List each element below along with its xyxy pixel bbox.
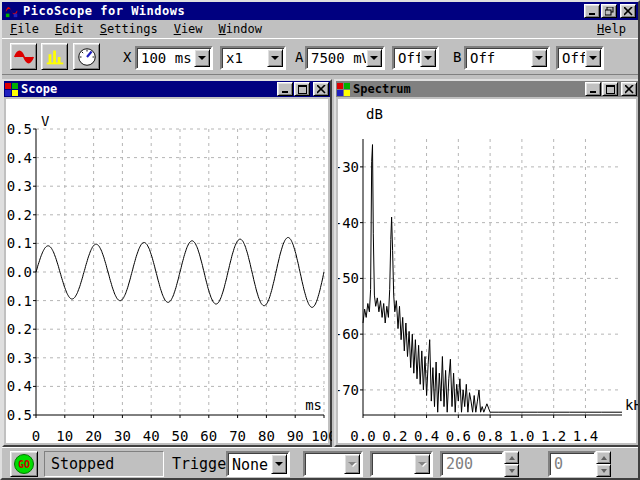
multiplier-value: x1 — [226, 50, 243, 66]
channel-a-coupling-select[interactable]: Off — [392, 46, 439, 70]
svg-text:30: 30 — [114, 428, 131, 444]
channel-b-coupling-value: Off — [562, 50, 587, 66]
svg-text:dB: dB — [366, 106, 383, 122]
trigger-delay-field: 0 — [548, 451, 596, 477]
chevron-down-icon[interactable] — [585, 49, 601, 67]
sine-wave-icon — [13, 46, 35, 68]
svg-text:100: 100 — [311, 428, 332, 444]
menu-view[interactable]: View — [166, 21, 211, 37]
scope-plot-area: 01020304050607080901000.50.40.30.20.10.0… — [6, 99, 328, 443]
scope-title: Scope — [21, 82, 57, 96]
channel-b-label: B — [453, 49, 461, 65]
svg-text:-70: -70 — [338, 382, 359, 398]
chevron-down-icon — [344, 454, 360, 474]
svg-text:1.0: 1.0 — [509, 428, 534, 444]
close-icon — [625, 85, 634, 94]
trigger-mode-select[interactable]: None — [226, 451, 290, 477]
minimize-icon — [588, 7, 597, 16]
channel-a-range-value: 7500 mV — [311, 50, 370, 66]
svg-text:0.2: 0.2 — [7, 207, 32, 223]
svg-text:-40: -40 — [338, 215, 359, 231]
svg-text:ms: ms — [305, 397, 322, 413]
spectrum-maximize-button[interactable] — [602, 82, 618, 96]
spectrum-window-icon — [337, 83, 351, 96]
svg-text:-0.1: -0.1 — [6, 293, 32, 309]
scope-minimize-button[interactable] — [277, 82, 293, 96]
svg-text:90: 90 — [287, 428, 304, 444]
chevron-down-icon[interactable] — [366, 49, 382, 67]
status-field: Stopped — [44, 451, 164, 477]
spectrum-close-button[interactable] — [621, 82, 637, 96]
svg-text:0.3: 0.3 — [7, 178, 32, 194]
svg-text:1.4: 1.4 — [573, 428, 598, 444]
svg-text:70: 70 — [229, 428, 246, 444]
scope-view-button[interactable] — [10, 43, 37, 70]
channel-a-range-select[interactable]: 7500 mV — [305, 46, 385, 70]
scope-window-icon — [5, 83, 19, 96]
chevron-down-icon[interactable] — [194, 49, 210, 67]
chevron-down-icon[interactable] — [267, 49, 283, 67]
go-indicator: GO — [14, 454, 34, 474]
scope-maximize-button[interactable] — [294, 82, 310, 96]
spin-down-button[interactable] — [596, 464, 611, 477]
close-icon — [317, 85, 326, 94]
svg-text:0.5: 0.5 — [7, 121, 32, 137]
spin-up-button[interactable] — [504, 451, 519, 464]
svg-text:60: 60 — [200, 428, 217, 444]
svg-text:0.0: 0.0 — [350, 428, 375, 444]
svg-text:0.4: 0.4 — [414, 428, 439, 444]
spectrum-plot: 0.00.20.40.60.81.01.21.4-30-40-50-60-70d… — [338, 99, 640, 447]
close-button[interactable] — [620, 4, 636, 18]
minimize-icon — [589, 85, 598, 94]
chevron-down-icon[interactable] — [531, 49, 547, 67]
multiplier-select[interactable]: x1 — [220, 46, 286, 70]
maximize-icon — [606, 85, 615, 94]
scope-titlebar[interactable]: Scope — [4, 81, 330, 97]
spectrum-plot-area: 0.00.20.40.60.81.01.21.4-30-40-50-60-70d… — [338, 99, 636, 443]
minimize-icon — [281, 85, 290, 94]
main-titlebar[interactable]: PicoScope for Windows — [2, 2, 638, 20]
svg-text:0.8: 0.8 — [477, 428, 502, 444]
channel-b-coupling-select[interactable]: Off — [556, 46, 604, 70]
svg-text:kHz: kHz — [625, 397, 640, 413]
spectrum-view-button[interactable] — [41, 43, 68, 70]
timebase-select[interactable]: 100 ms — [135, 46, 213, 70]
trigger-threshold-field: 200 — [440, 451, 504, 477]
trigger-channel-select — [303, 451, 363, 477]
maximize-icon — [298, 85, 307, 94]
svg-text:-30: -30 — [338, 159, 359, 175]
spin-down-button[interactable] — [504, 464, 519, 477]
svg-text:1.2: 1.2 — [541, 428, 566, 444]
menu-help[interactable]: Help — [589, 21, 634, 37]
menu-file[interactable]: File — [2, 21, 47, 37]
chevron-down-icon[interactable] — [420, 49, 436, 67]
trigger-direction-select — [370, 451, 433, 477]
svg-text:40: 40 — [143, 428, 160, 444]
menu-window[interactable]: Window — [211, 21, 270, 37]
trigger-threshold-spinner — [504, 451, 519, 477]
menu-settings[interactable]: Settings — [92, 21, 166, 37]
svg-text:0.1: 0.1 — [7, 235, 32, 251]
svg-text:80: 80 — [258, 428, 275, 444]
restore-button[interactable] — [601, 4, 617, 18]
svg-text:-0.5: -0.5 — [6, 407, 32, 423]
svg-text:0.6: 0.6 — [446, 428, 471, 444]
trigger-delay-spinner — [596, 451, 611, 477]
arrow-down-icon — [601, 469, 607, 473]
window-title: PicoScope for Windows — [23, 4, 185, 18]
menu-edit[interactable]: Edit — [47, 21, 92, 37]
go-button[interactable]: GO — [10, 451, 38, 477]
spectrum-title: Spectrum — [353, 82, 411, 96]
spectrum-minimize-button[interactable] — [585, 82, 601, 96]
meter-view-button[interactable] — [73, 43, 100, 70]
svg-text:-50: -50 — [338, 270, 359, 286]
channel-b-range-select[interactable]: Off — [464, 46, 550, 70]
minimize-button[interactable] — [584, 4, 600, 18]
scope-close-button[interactable] — [313, 82, 329, 96]
toolbar: X 100 ms x1 A 7500 mV Off B Off Off — [2, 38, 638, 75]
spectrum-titlebar[interactable]: Spectrum — [336, 81, 638, 97]
spin-up-button[interactable] — [596, 451, 611, 464]
chevron-down-icon[interactable] — [271, 454, 287, 474]
svg-text:-0.4: -0.4 — [6, 378, 32, 394]
picoscope-main-window: PicoScope for Windows File Edit Settings… — [0, 0, 640, 480]
